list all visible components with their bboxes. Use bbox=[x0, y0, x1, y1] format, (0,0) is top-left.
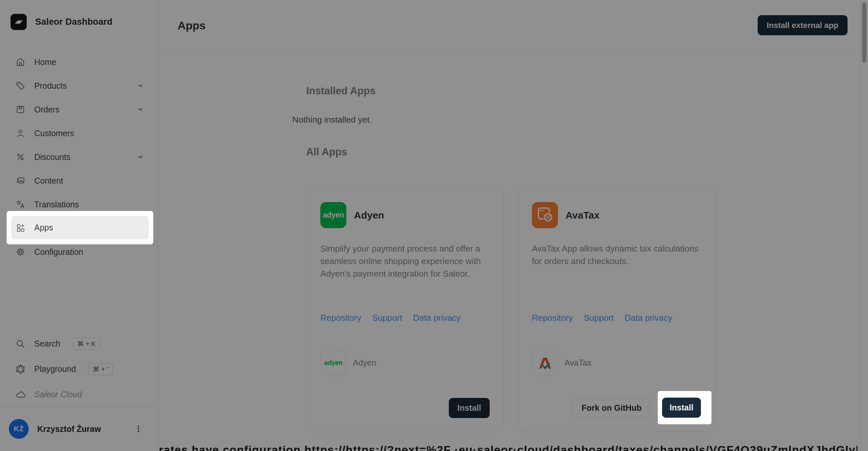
percent-icon bbox=[16, 152, 25, 162]
user-menu-button[interactable] bbox=[133, 424, 143, 434]
sidebar-item-label: Products bbox=[34, 81, 67, 91]
saleor-cloud-row: Saleor Cloud bbox=[0, 382, 158, 407]
install-adyen-button[interactable]: Install bbox=[449, 398, 490, 418]
sidebar-item-label: Discounts bbox=[34, 152, 70, 162]
vendor-label: AvaTax bbox=[564, 358, 591, 368]
highlight-box-install: Install bbox=[658, 391, 711, 424]
sidebar-item-label: Customers bbox=[34, 128, 74, 138]
chevron-down-icon bbox=[137, 107, 143, 113]
vendor-row: AvaTax bbox=[532, 350, 591, 376]
vendor-row: adyen Adyen bbox=[320, 350, 376, 376]
sidebar-item-orders[interactable]: Orders bbox=[0, 98, 158, 121]
brand: Saleor Dashboard bbox=[10, 14, 112, 30]
all-apps-list: adyen Adyen Simplify your payment proces… bbox=[306, 188, 715, 432]
sidebar-item-label: Home bbox=[34, 57, 56, 67]
tag-icon bbox=[16, 81, 25, 91]
playground-label: Playground bbox=[34, 364, 76, 374]
brand-title: Saleor Dashboard bbox=[35, 17, 112, 27]
saleor-cloud-label: Saleor Cloud bbox=[34, 390, 82, 399]
avatax-logo-icon bbox=[532, 202, 558, 228]
user-name: Krzysztof Żuraw bbox=[37, 424, 101, 434]
sidebar-item-apps-highlighted[interactable]: Apps bbox=[11, 216, 149, 239]
scrollbar-track bbox=[860, 0, 868, 451]
app-links: Repository Support Data privacy bbox=[532, 313, 672, 323]
sidebar-item-content[interactable]: Content bbox=[0, 169, 158, 192]
content-image-icon bbox=[16, 176, 25, 186]
chevron-down-icon bbox=[137, 83, 143, 89]
app-card-adyen: adyen Adyen Simplify your payment proces… bbox=[306, 188, 504, 432]
installed-apps-heading: Installed Apps bbox=[306, 85, 376, 97]
app-title: AvaTax bbox=[565, 210, 599, 221]
avatar: KŻ bbox=[9, 419, 29, 439]
sidebar-item-home[interactable]: Home bbox=[0, 50, 158, 74]
card-actions: Install bbox=[449, 398, 490, 418]
search-label: Search bbox=[34, 339, 60, 349]
main-content: Apps Install external app Installed Apps… bbox=[158, 0, 860, 451]
repository-link[interactable]: Repository bbox=[532, 313, 573, 323]
sidebar-item-label: Content bbox=[34, 176, 63, 186]
graphql-icon bbox=[16, 364, 25, 374]
adyen-vendor-logo-icon: adyen bbox=[320, 350, 346, 376]
apps-grid-icon bbox=[16, 223, 25, 233]
chevron-down-icon bbox=[137, 154, 143, 160]
app-description: AvaTax App allows dynamic tax calculatio… bbox=[532, 242, 703, 267]
saleor-dashboard-apps-page: Saleor Dashboard Home Products Orders Cu… bbox=[0, 0, 868, 451]
sidebar-item-discounts[interactable]: Discounts bbox=[0, 145, 158, 169]
data-privacy-link[interactable]: Data privacy bbox=[413, 313, 461, 323]
translate-icon bbox=[16, 200, 25, 209]
person-icon bbox=[16, 128, 25, 138]
install-avatax-button-highlighted[interactable]: Install bbox=[662, 398, 701, 418]
repository-link[interactable]: Repository bbox=[320, 313, 361, 323]
search-icon bbox=[16, 339, 25, 349]
playground-button[interactable]: Playground ⌘ + ' bbox=[0, 356, 158, 382]
saleor-logo-icon bbox=[10, 14, 27, 30]
support-link[interactable]: Support bbox=[584, 313, 614, 323]
home-icon bbox=[16, 57, 25, 67]
fork-on-github-button[interactable]: Fork on GitHub bbox=[573, 398, 651, 418]
adyen-logo-icon: adyen bbox=[320, 202, 346, 228]
page-title: Apps bbox=[178, 19, 206, 32]
installed-apps-empty-text: Nothing installed yet. bbox=[292, 115, 372, 125]
search-button[interactable]: Search ⌘ + K bbox=[0, 331, 158, 356]
gear-icon bbox=[16, 247, 25, 257]
cloud-icon bbox=[16, 390, 25, 399]
avalara-vendor-logo-icon bbox=[532, 350, 558, 376]
app-title: Adyen bbox=[354, 210, 384, 221]
install-external-app-button[interactable]: Install external app bbox=[757, 15, 847, 35]
data-privacy-link[interactable]: Data privacy bbox=[624, 313, 672, 323]
app-description: Simplify your payment process and offer … bbox=[320, 242, 492, 280]
support-link[interactable]: Support bbox=[372, 313, 402, 323]
vendor-label: Adyen bbox=[353, 358, 376, 368]
sidebar-user-footer: KŻ Krzysztof Żuraw bbox=[0, 407, 158, 451]
sidebar-item-label: Orders bbox=[34, 105, 59, 114]
sidebar-item-label: Translations bbox=[34, 200, 79, 209]
page-header: Apps Install external app bbox=[158, 0, 860, 52]
sidebar-item-label: Configuration bbox=[34, 247, 83, 257]
sidebar-item-customers[interactable]: Customers bbox=[0, 121, 158, 145]
highlight-box-apps: Apps bbox=[7, 211, 153, 244]
card-header: adyen Adyen bbox=[320, 202, 384, 228]
app-links: Repository Support Data privacy bbox=[320, 313, 461, 323]
card-header: AvaTax bbox=[532, 202, 599, 228]
sidebar-tools: Search ⌘ + K Playground ⌘ + ' Saleor Clo… bbox=[0, 331, 158, 407]
sidebar-item-products[interactable]: Products bbox=[0, 74, 158, 98]
package-icon bbox=[16, 104, 25, 114]
all-apps-heading: All Apps bbox=[306, 146, 347, 158]
playground-shortcut: ⌘ + ' bbox=[88, 363, 113, 375]
clipped-bottom-text: rates have configuration https://https:/… bbox=[159, 444, 858, 451]
scrollbar-thumb[interactable] bbox=[862, 3, 866, 63]
search-shortcut: ⌘ + K bbox=[72, 338, 100, 350]
sidebar-item-label: Apps bbox=[34, 223, 53, 233]
